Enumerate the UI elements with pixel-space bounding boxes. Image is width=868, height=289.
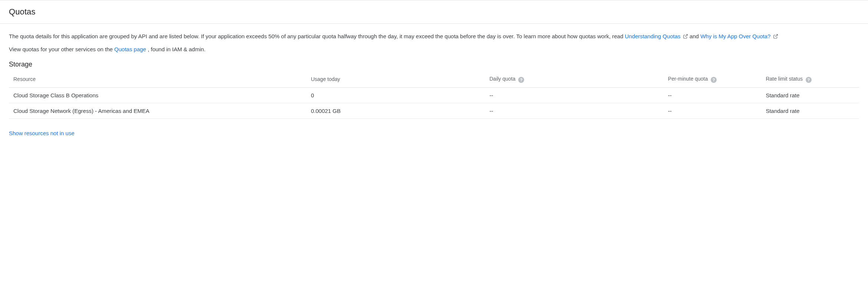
section-title-storage: Storage (9, 61, 859, 68)
intro-text-1a: The quota details for this application a… (9, 33, 625, 39)
why-over-quota-link[interactable]: Why is My App Over Quota? (700, 33, 778, 39)
understanding-quotas-link[interactable]: Understanding Quotas (625, 33, 689, 39)
understanding-quotas-link-text: Understanding Quotas (625, 33, 680, 39)
col-header-usage: Usage today (306, 71, 485, 88)
svg-line-1 (775, 35, 777, 37)
help-icon[interactable]: ? (711, 77, 717, 83)
cell-resource: Cloud Storage Class B Operations (9, 87, 306, 103)
col-header-daily-text: Daily quota (490, 76, 516, 82)
col-header-rate: Rate limit status ? (761, 71, 859, 88)
table-row: Cloud Storage Class B Operations 0 -- --… (9, 87, 859, 103)
intro-text-2a: View quotas for your other services on t… (9, 46, 114, 52)
cell-perminute: -- (664, 87, 762, 103)
intro-paragraph-2: View quotas for your other services on t… (9, 45, 825, 53)
cell-daily: -- (485, 87, 664, 103)
external-link-icon (683, 33, 688, 41)
help-icon[interactable]: ? (518, 77, 524, 83)
cell-usage: 0.00021 GB (306, 103, 485, 118)
cell-rate: Standard rate (761, 87, 859, 103)
cell-daily: -- (485, 103, 664, 118)
svg-line-0 (685, 35, 687, 37)
table-header-row: Resource Usage today Daily quota ? Per-m… (9, 71, 859, 88)
cell-rate: Standard rate (761, 103, 859, 118)
cell-resource: Cloud Storage Network (Egress) - America… (9, 103, 306, 118)
cell-usage: 0 (306, 87, 485, 103)
header-bar: Quotas (0, 0, 868, 24)
col-header-rate-text: Rate limit status (766, 76, 803, 82)
col-header-daily: Daily quota ? (485, 71, 664, 88)
quotas-table: Resource Usage today Daily quota ? Per-m… (9, 71, 859, 119)
cell-perminute: -- (664, 103, 762, 118)
page-title: Quotas (9, 7, 859, 17)
help-icon[interactable]: ? (806, 77, 812, 83)
intro-text-2b: , found in IAM & admin. (148, 46, 206, 52)
table-row: Cloud Storage Network (Egress) - America… (9, 103, 859, 118)
show-resources-link[interactable]: Show resources not in use (9, 130, 75, 136)
col-header-perminute-text: Per-minute quota (668, 76, 708, 82)
content-area: The quota details for this application a… (0, 24, 868, 144)
col-header-resource: Resource (9, 71, 306, 88)
external-link-icon (773, 33, 778, 41)
quotas-page-link[interactable]: Quotas page (114, 46, 146, 52)
why-over-quota-link-text: Why is My App Over Quota? (700, 33, 770, 39)
intro-text-1b: and (690, 33, 700, 39)
col-header-perminute: Per-minute quota ? (664, 71, 762, 88)
intro-paragraph-1: The quota details for this application a… (9, 32, 825, 41)
